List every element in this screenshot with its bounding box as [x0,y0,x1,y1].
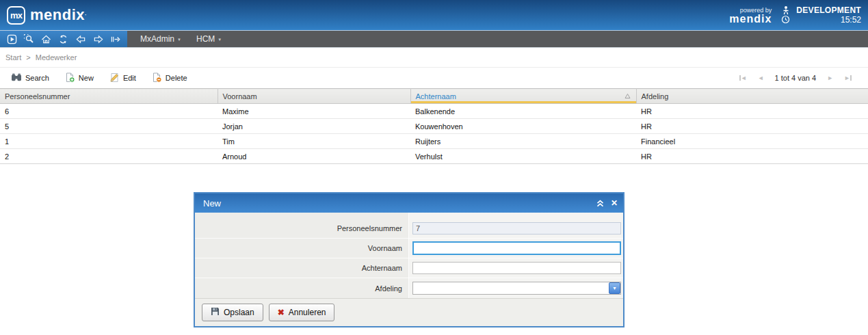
mendix-logo-text: mendix· [30,5,87,25]
form-row-voornaam: Voornaam [195,239,623,258]
table-cell: Tim [218,134,410,149]
chevron-down-icon: ▼ [612,286,617,291]
table-cell: Arnoud [218,149,410,164]
table-row[interactable]: 6MaximeBalkenendeHR [0,104,868,119]
menu-hcm-label: HCM [196,34,215,44]
form-row-achternaam: Achternaam [195,258,623,278]
close-icon[interactable]: ✕ [611,198,618,208]
table-cell: 2 [0,149,218,164]
table-cell: Maxime [218,104,410,119]
user-icon [781,5,791,15]
app-header: mx mendix· powered by mendix DEVELOPMENT… [0,0,868,31]
chevron-down-icon: ▼ [218,38,222,42]
home-icon[interactable] [40,33,53,45]
powered-by: powered by mendix [729,8,772,25]
logout-icon[interactable] [109,33,122,45]
back-icon[interactable] [74,33,88,45]
table-row[interactable]: 5JorjanKouwenhovenHR [0,119,868,134]
run-icon[interactable] [5,33,18,45]
table-cell: Verhulst [410,149,636,164]
new-button[interactable]: New [61,70,101,87]
table-cell: HR [636,104,868,119]
pagination-last-button[interactable]: ► [844,75,852,81]
menu-hcm[interactable]: HCM ▼ [190,32,228,46]
breadcrumb-start[interactable]: Start [5,53,21,62]
chevron-down-icon: ▼ [177,38,181,42]
navbar-icon-strip [0,31,127,47]
pagination-first-button[interactable]: ◄ [739,75,747,81]
save-button[interactable]: Opslaan [202,304,263,321]
table-cell: Kouwenhoven [410,119,636,134]
navbar: MxAdmin ▼ HCM ▼ [0,31,868,48]
form-row-afdeling: Afdeling ▼ [195,278,623,298]
cancel-x-icon: ✖ [278,308,285,317]
zoom-icon[interactable] [22,33,36,45]
dropdown-button[interactable]: ▼ [609,282,620,294]
save-button-label: Opslaan [224,308,254,317]
column-header-personeelsnummer[interactable]: Personeelsnummer [0,89,218,104]
dialog-footer: Opslaan ✖ Annuleren [195,298,623,326]
table-row[interactable]: 1TimRuijtersFinancieel [0,134,868,149]
pagination-previous-button[interactable]: ◄ [758,75,764,81]
binoculars-icon [11,72,22,83]
new-button-label: New [79,74,94,82]
delete-button[interactable]: Delete [148,70,194,87]
table-cell: Balkenende [410,104,636,119]
table-cell: Ruijters [410,134,636,149]
edit-button-label: Edit [123,74,136,82]
trademark-dot: · [85,12,87,18]
column-header-achternaam-label: Achternaam [416,92,456,100]
table-cell: 6 [0,104,218,119]
search-button-label: Search [25,74,49,82]
afdeling-label: Afdeling [195,284,408,293]
new-employee-dialog: New ✕ Personeelsnummer Voornaam Achterna… [194,192,624,327]
mendix-logo: mx mendix· [7,5,87,25]
column-header-voornaam[interactable]: Voornaam [218,89,410,104]
delete-document-icon [152,72,162,84]
dialog-title-bar[interactable]: New ✕ [195,193,623,213]
column-header-afdeling[interactable]: Afdeling [636,89,868,104]
voornaam-field[interactable] [412,241,621,255]
column-header-achternaam[interactable]: Achternaam [410,89,636,104]
cancel-button[interactable]: ✖ Annuleren [269,304,335,321]
employee-table: Personeelsnummer Voornaam Achternaam Afd… [0,88,868,164]
delete-button-label: Delete [166,74,187,82]
afdeling-select[interactable]: ▼ [412,282,621,295]
voornaam-label: Voornaam [195,244,408,252]
forward-icon[interactable] [91,33,105,45]
menu-mxadmin-label: MxAdmin [140,34,174,44]
personeelsnummer-field [412,222,621,234]
sort-ascending-icon [624,92,631,100]
powered-by-brand: mendix [729,14,772,25]
edit-button[interactable]: Edit [105,70,143,87]
collapse-icon[interactable] [596,199,605,208]
table-cell: Financieel [636,134,868,149]
pagination: ◄ ◄ 1 tot 4 van 4 ► ► [739,74,861,82]
table-cell: HR [636,149,868,164]
pagination-next-button[interactable]: ► [827,75,833,81]
refresh-icon[interactable] [57,33,70,45]
dialog-body: Personeelsnummer Voornaam Achternaam Afd… [195,213,623,298]
table-cell: HR [636,119,868,134]
employee-table-body: 6MaximeBalkenendeHR5JorjanKouwenhovenHR1… [0,104,868,164]
table-row[interactable]: 2ArnoudVerhulstHR [0,149,868,164]
environment-label: DEVELOPMENT [796,5,861,15]
clock-time: 15:52 [796,15,861,25]
pagination-status: 1 tot 4 van 4 [775,74,817,82]
breadcrumb-current: Medewerker [36,53,77,62]
dialog-title: New [203,198,221,209]
clock-icon [781,15,791,25]
form-row-personeelsnummer: Personeelsnummer [195,219,623,239]
search-button[interactable]: Search [7,70,56,86]
menu-mxadmin[interactable]: MxAdmin ▼ [134,32,187,46]
table-cell: 5 [0,119,218,134]
pencil-icon [109,72,120,84]
mendix-logo-icon: mx [7,6,25,25]
breadcrumb: Start > Medewerker [0,48,868,68]
save-floppy-icon [211,307,220,318]
action-bar: Search New Edit Delete ◄ ◄ 1 tot 4 van 4… [0,68,868,88]
personeelsnummer-label: Personeelsnummer [195,224,408,232]
achternaam-field[interactable] [412,262,621,274]
cancel-button-label: Annuleren [289,308,326,317]
table-cell: 1 [0,134,218,149]
